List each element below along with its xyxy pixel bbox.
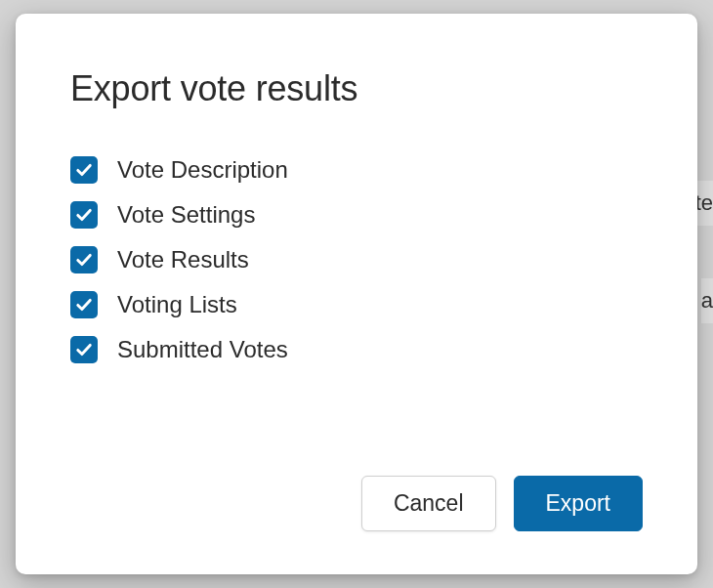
option-voting-lists[interactable]: Voting Lists: [70, 291, 643, 318]
export-options-list: Vote Description Vote Settings Vote Resu…: [70, 156, 643, 448]
option-vote-settings[interactable]: Vote Settings: [70, 201, 643, 229]
background-text: a: [701, 278, 713, 323]
option-label: Vote Settings: [117, 201, 255, 229]
dialog-title: Export vote results: [70, 68, 643, 109]
option-label: Vote Description: [117, 156, 288, 184]
cancel-button[interactable]: Cancel: [361, 476, 496, 531]
option-submitted-votes[interactable]: Submitted Votes: [70, 336, 643, 363]
checkbox-checked-icon: [70, 156, 98, 184]
checkbox-checked-icon: [70, 291, 98, 318]
background-text: te: [695, 181, 713, 226]
checkbox-checked-icon: [70, 336, 98, 363]
option-vote-results[interactable]: Vote Results: [70, 246, 643, 273]
dialog-actions: Cancel Export: [70, 476, 643, 531]
export-dialog: Export vote results Vote Description Vot…: [16, 14, 697, 574]
export-button[interactable]: Export: [514, 476, 643, 531]
option-label: Voting Lists: [117, 291, 237, 318]
checkbox-checked-icon: [70, 246, 98, 273]
option-vote-description[interactable]: Vote Description: [70, 156, 643, 184]
option-label: Vote Results: [117, 246, 249, 273]
option-label: Submitted Votes: [117, 336, 288, 363]
checkbox-checked-icon: [70, 201, 98, 229]
